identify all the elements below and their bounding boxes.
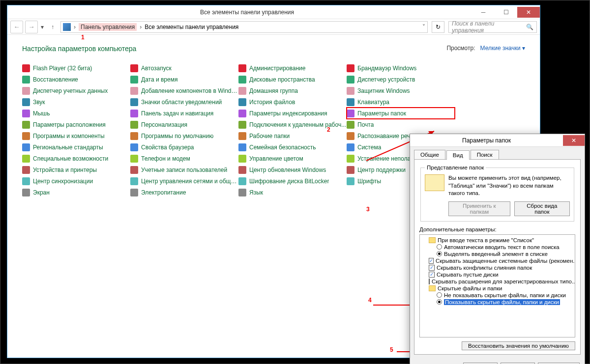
cp-item-icon bbox=[130, 76, 138, 84]
cp-item[interactable]: Шифрование диска BitLocker bbox=[238, 175, 347, 187]
cp-item[interactable]: Параметры расположения bbox=[22, 119, 130, 130]
tree-label: Автоматически вводить текст в поле поиск… bbox=[444, 244, 560, 250]
cp-item[interactable]: Свойства браузера bbox=[130, 141, 238, 153]
cp-item-icon bbox=[347, 132, 354, 140]
cp-item[interactable]: Персонализация bbox=[130, 119, 238, 130]
maximize-button[interactable]: ☐ bbox=[495, 7, 517, 18]
cp-item[interactable]: Язык bbox=[238, 187, 347, 198]
cp-item[interactable]: Семейная безопасность bbox=[238, 141, 347, 153]
cp-item[interactable]: Администрирование bbox=[238, 62, 347, 74]
cp-item-label: Мышь bbox=[33, 110, 50, 117]
apply-to-folders-button[interactable]: Применить к папкам bbox=[448, 201, 510, 216]
cp-item[interactable]: Добавление компонентов в Windo... bbox=[130, 85, 238, 96]
control-panel-icon bbox=[63, 23, 71, 31]
radio bbox=[437, 292, 442, 298]
cp-item[interactable]: Центр обновления Windows bbox=[238, 164, 347, 175]
forward-button[interactable]: → bbox=[25, 21, 38, 33]
cp-item[interactable]: Региональные стандарты bbox=[22, 141, 130, 153]
cp-item[interactable]: Специальные возможности bbox=[22, 153, 130, 164]
cp-item[interactable]: Параметры индексирования bbox=[238, 108, 347, 119]
search-icon: 🔍 bbox=[526, 24, 533, 30]
view-selector[interactable]: Просмотр: Мелкие значки ▾ bbox=[446, 45, 525, 52]
apply-button[interactable]: Применить bbox=[538, 363, 580, 364]
advanced-settings-tree[interactable]: При вводе текста в режиме "Список"Автома… bbox=[419, 234, 575, 337]
cp-item[interactable]: Клавиатура bbox=[347, 96, 455, 108]
tree-label: Скрывать конфликты слияния папок bbox=[437, 265, 532, 271]
cp-item[interactable]: Автозапуск bbox=[130, 62, 238, 74]
back-button[interactable]: ← bbox=[10, 21, 23, 33]
cp-item[interactable]: Брандмауэр Windows bbox=[347, 62, 455, 74]
cp-item-icon bbox=[130, 98, 138, 106]
cp-item[interactable]: Flash Player (32 бита) bbox=[22, 62, 130, 74]
reset-folders-button[interactable]: Сброс вида папок bbox=[514, 201, 570, 216]
tree-row[interactable]: Скрывать расширения для зарегистрированн… bbox=[421, 278, 574, 285]
cp-item[interactable]: Восстановление bbox=[22, 74, 130, 85]
cp-item-icon bbox=[347, 76, 354, 84]
minimize-button[interactable]: ─ bbox=[472, 7, 495, 18]
dialog-close-button[interactable]: ✕ bbox=[563, 135, 585, 146]
cp-item[interactable]: Параметры папок bbox=[347, 108, 455, 119]
cp-item[interactable]: Программы и компоненты bbox=[22, 130, 130, 141]
tree-row[interactable]: Показывать скрытые файлы, папки и диски bbox=[421, 299, 574, 306]
cp-item[interactable]: Рабочие папки bbox=[238, 130, 347, 141]
cp-item[interactable]: Панель задач и навигация bbox=[130, 108, 238, 119]
tab-Общие[interactable]: Общие bbox=[414, 150, 445, 159]
breadcrumb-page[interactable]: Все элементы панели управления bbox=[145, 24, 238, 30]
cp-item-icon bbox=[22, 143, 30, 151]
tree-label: Скрывать пустые диски bbox=[437, 272, 499, 278]
cp-item[interactable]: Домашняя группа bbox=[238, 85, 347, 96]
cp-item[interactable]: Программы по умолчанию bbox=[130, 130, 238, 141]
folder-icon bbox=[429, 285, 436, 291]
cp-item[interactable]: Мышь bbox=[22, 108, 130, 119]
cp-item[interactable]: Дата и время bbox=[130, 74, 238, 85]
cp-item[interactable]: Защитник Windows bbox=[347, 85, 455, 96]
tab-Поиск[interactable]: Поиск bbox=[471, 150, 499, 159]
tree-row[interactable]: При вводе текста в режиме "Список" bbox=[421, 237, 574, 244]
cp-item-label: Параметры расположения bbox=[33, 121, 106, 128]
cp-item-icon bbox=[347, 110, 354, 117]
tree-row[interactable]: Скрытые файлы и папки bbox=[421, 285, 574, 292]
cp-item[interactable]: Значки области уведомлений bbox=[130, 96, 238, 108]
ok-button[interactable]: OK bbox=[463, 363, 498, 364]
tree-row[interactable]: ✓Скрывать конфликты слияния папок bbox=[421, 264, 574, 271]
cp-item[interactable]: Телефон и модем bbox=[130, 153, 238, 164]
cp-item[interactable]: Диспетчер устройств bbox=[347, 74, 455, 85]
cp-item-label: Рабочие папки bbox=[249, 133, 290, 140]
cp-item[interactable]: Центр управления сетями и общи... bbox=[130, 175, 238, 187]
cp-item[interactable]: Экран bbox=[22, 187, 130, 198]
cp-item[interactable]: История файлов bbox=[238, 96, 347, 108]
tree-row[interactable]: ✓Скрывать пустые диски bbox=[421, 271, 574, 278]
cp-item-icon bbox=[347, 155, 354, 163]
cp-item[interactable]: Подключения к удаленным рабоч... bbox=[238, 119, 347, 130]
cp-item-icon bbox=[22, 132, 30, 140]
tree-row[interactable]: Выделять введенный элемент в списке bbox=[421, 251, 574, 257]
cancel-button[interactable]: Отмена bbox=[501, 363, 535, 364]
cp-item[interactable]: Почта bbox=[347, 119, 455, 130]
cp-item[interactable]: Центр синхронизации bbox=[22, 175, 130, 187]
cp-item[interactable]: Дисковые пространства bbox=[238, 74, 347, 85]
tree-row[interactable]: ✓Скрывать защищенные системные файлы (ре… bbox=[421, 257, 574, 264]
cp-item[interactable]: Управление цветом bbox=[238, 153, 347, 164]
tree-row[interactable]: Автоматически вводить текст в поле поиск… bbox=[421, 244, 574, 251]
cp-item[interactable]: Диспетчер учетных данных bbox=[22, 85, 130, 96]
folder-view-group: Представление папок Вы можете применить … bbox=[420, 165, 574, 222]
cp-item[interactable]: Электропитание bbox=[130, 187, 238, 198]
titlebar: Все элементы панели управления ─ ☐ ✕ bbox=[7, 5, 540, 19]
cp-item[interactable]: Учетные записи пользователей bbox=[130, 164, 238, 175]
cp-item-icon bbox=[347, 121, 354, 129]
tree-row[interactable]: Не показывать скрытые файлы, папки и дис… bbox=[421, 292, 574, 299]
checkbox: ✓ bbox=[429, 258, 434, 264]
cp-item-label: Подключения к удаленным рабоч... bbox=[249, 121, 346, 128]
cp-item[interactable]: Звук bbox=[22, 96, 130, 108]
tab-Вид[interactable]: Вид bbox=[446, 150, 470, 160]
refresh-button[interactable]: ↻ bbox=[432, 21, 444, 33]
search-input[interactable]: Поиск в панели управления 🔍 bbox=[448, 21, 537, 33]
cp-item-label: Значки области уведомлений bbox=[141, 99, 222, 106]
cp-item-label: Почта bbox=[357, 121, 374, 128]
up-button[interactable]: ↑ bbox=[47, 21, 59, 33]
breadcrumb-root[interactable]: Панель управления bbox=[79, 23, 137, 31]
address-bar[interactable]: › Панель управления › Все элементы панел… bbox=[60, 21, 428, 33]
close-button[interactable]: ✕ bbox=[517, 7, 540, 18]
restore-defaults-button[interactable]: Восстановить значения по умолчанию bbox=[462, 341, 575, 350]
cp-item[interactable]: Устройства и принтеры bbox=[22, 164, 130, 175]
